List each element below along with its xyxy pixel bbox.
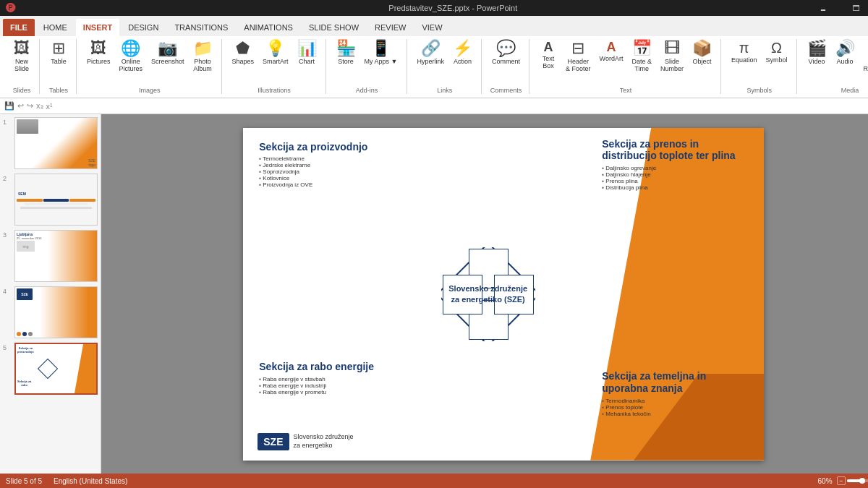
chart-icon: 📊 [297, 40, 317, 56]
tab-home[interactable]: HOME [36, 19, 75, 36]
new-slide-button[interactable]: 🖼 NewSlide [10, 39, 33, 74]
slide-img-1: SZElogo [14, 117, 98, 169]
screenshot-icon: 📷 [158, 40, 177, 56]
slide-img-3: Ljubljana 25. november 2016 img [14, 230, 98, 282]
ribbon-group-slides: 🖼 NewSlide Slides [4, 39, 40, 94]
slide-thumb-4[interactable]: 4 SZE [3, 286, 98, 338]
textbox-button[interactable]: A TextBox [537, 39, 560, 71]
slide-number-button[interactable]: 🎞 SlideNumber [658, 39, 686, 74]
audio-button[interactable]: 🔊 Audio [833, 39, 858, 67]
photo-album-icon: 📁 [193, 40, 213, 56]
powerpoint-window: 🅟 Predstavitev_SZE.pptx - PowerPoint 🗕 🗖… [0, 0, 868, 488]
zoom-out-button[interactable]: − [837, 476, 846, 485]
illustrations-group-label: Illustrations [258, 85, 291, 94]
tab-transitions[interactable]: TRANSITIONS [167, 19, 235, 36]
slides-group-label: Slides [13, 85, 31, 94]
tab-design[interactable]: DESIGN [121, 19, 166, 36]
comments-group-label: Comments [490, 85, 522, 94]
store-button[interactable]: 🏪 Store [333, 39, 359, 67]
tab-insert[interactable]: INSERT [76, 19, 119, 36]
symbol-icon: Ω [771, 40, 782, 55]
ribbon-content: 🖼 NewSlide Slides ⊞ Table Tables [0, 36, 868, 98]
slide-img-5: Sekcija zaproizvodnjo Sekcija zarabo [14, 343, 98, 395]
ribbon: FILE HOME INSERT DESIGN TRANSITIONS ANIM… [0, 16, 868, 98]
maximize-button[interactable]: 🗖 [840, 0, 868, 16]
header-footer-button[interactable]: ⊟ Header& Footer [563, 39, 594, 74]
list-item: Daljinsko hlajenje [602, 171, 754, 178]
quick-access-superscript[interactable]: x¹ [46, 102, 53, 111]
video-button[interactable]: 🎬 Video [804, 39, 830, 67]
online-pictures-button[interactable]: 🌐 OnlinePictures [116, 39, 146, 74]
section-production-items: Termoelektrarne Jedrske elektrarne Sopro… [259, 155, 404, 188]
datetime-button[interactable]: 📅 Date &Time [629, 39, 655, 74]
tab-view[interactable]: VIEW [414, 19, 449, 36]
tab-file[interactable]: FILE [3, 19, 35, 36]
minimize-button[interactable]: 🗕 [807, 0, 840, 16]
action-button[interactable]: ⚡ Action [450, 39, 475, 67]
list-item: Termoelektrarne [259, 155, 404, 162]
slide-number-5: 5 [3, 344, 12, 351]
text-group-label: Text [620, 85, 632, 94]
list-item: Kotlovnice [259, 175, 404, 181]
audio-icon: 🔊 [835, 40, 855, 56]
slide-info: Slide 5 of 5 [6, 477, 42, 485]
language-info: English (United States) [54, 477, 127, 485]
online-pictures-icon: 🌐 [121, 40, 140, 56]
slide-thumb-5[interactable]: 5 Sekcija zaproizvodnjo Sekcija zarabo [3, 343, 98, 395]
slide-number-icon: 🎞 [664, 40, 680, 56]
quick-access-subscript[interactable]: x₂ [36, 101, 43, 111]
tab-animations[interactable]: ANIMATIONS [237, 19, 300, 36]
slide-canvas: Sekcija za proizvodnjo Termoelektrarne J… [101, 114, 868, 474]
slide-img-2: SEM [14, 174, 98, 226]
equation-button[interactable]: π Equation [728, 39, 760, 65]
slide-number-2: 2 [3, 175, 12, 182]
photo-album-button[interactable]: 📁 PhotoAlbum [190, 39, 216, 74]
ribbon-group-links: 🔗 Hyperlink ⚡ Action Links [409, 39, 482, 94]
section-production-title: Sekcija za proizvodnjo [259, 141, 404, 153]
chart-button[interactable]: 📊 Chart [294, 39, 320, 67]
pictures-button[interactable]: 🖼 Pictures [84, 39, 114, 67]
screenshot-button[interactable]: 📷 Screenshot [148, 39, 187, 67]
zoom-slider-area[interactable]: − + [837, 476, 868, 485]
comment-button[interactable]: 💬 Comment [489, 39, 523, 67]
action-icon: ⚡ [453, 40, 472, 56]
ribbon-group-images: 🖼 Pictures 🌐 OnlinePictures 📷 Screenshot [78, 39, 222, 94]
zoom-slider[interactable] [847, 479, 868, 482]
tab-slideshow[interactable]: SLIDE SHOW [302, 19, 366, 36]
my-apps-icon: 📱 [371, 40, 391, 56]
zoom-thumb[interactable] [859, 478, 865, 484]
my-apps-button[interactable]: 📱 My Apps ▼ [362, 39, 401, 67]
slide-thumb-3[interactable]: 3 Ljubljana 25. november 2016 img [3, 230, 98, 282]
new-slide-icon: 🖼 [14, 40, 30, 56]
list-item: Raba energije v stavbah [259, 376, 404, 382]
symbol-button[interactable]: Ω Symbol [763, 39, 791, 65]
slide-number-4: 4 [3, 288, 12, 295]
wordart-button[interactable]: A WordArt [597, 39, 626, 64]
table-button[interactable]: ⊞ Table [47, 39, 70, 67]
slide-thumb-1[interactable]: 1 SZElogo [3, 117, 98, 169]
smartart-button[interactable]: 💡 SmartArt [260, 39, 292, 67]
pictures-icon: 🖼 [90, 40, 106, 56]
hyperlink-button[interactable]: 🔗 Hyperlink [414, 39, 448, 67]
list-item: Distribucija plina [602, 184, 754, 191]
quick-access-save[interactable]: 💾 [4, 101, 14, 111]
list-item: Daljinsko ogrevanje [602, 165, 754, 171]
slide-thumb-2[interactable]: 2 SEM [3, 174, 98, 226]
symbols-group-label: Symbols [746, 85, 772, 94]
tables-group-label: Tables [49, 85, 68, 94]
tab-review[interactable]: REVIEW [367, 19, 413, 36]
screen-recording-button[interactable]: ⏺ ScreenRecording [861, 39, 868, 74]
wordart-icon: A [607, 40, 616, 53]
quick-access-undo[interactable]: ↩ [17, 101, 24, 111]
app-container: 🅟 Predstavitev_SZE.pptx - PowerPoint 🗕 🗖… [0, 0, 868, 488]
quick-access-redo[interactable]: ↪ [27, 101, 33, 111]
video-icon: 🎬 [807, 40, 827, 56]
datetime-icon: 📅 [632, 40, 652, 56]
links-group-label: Links [437, 85, 452, 94]
shapes-button[interactable]: ⬟ Shapes [229, 39, 258, 67]
slide-content: Sekcija za proizvodnjo Termoelektrarne J… [243, 128, 764, 461]
table-icon: ⊞ [52, 40, 65, 56]
textbox-icon: A [544, 40, 553, 53]
title-bar-controls: 🗕 🗖 ✕ [807, 0, 868, 16]
object-button[interactable]: 📦 Object [689, 39, 715, 67]
